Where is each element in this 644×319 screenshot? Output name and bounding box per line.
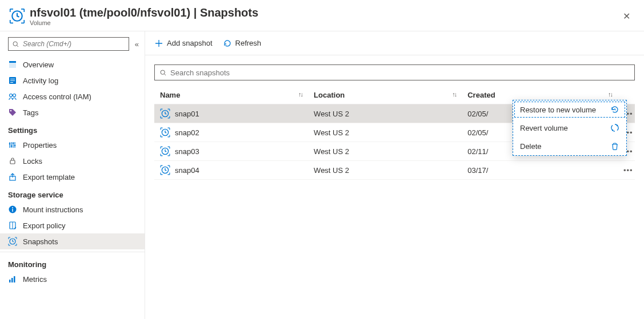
delete-icon [610,142,619,151]
page-subtitle: Volume [30,19,258,26]
table-row[interactable]: snap04 West US 2 03/17/ ••• [154,161,635,180]
sidebar-item-label: Properties [23,141,57,150]
toolbar: Add snapshot Refresh [145,31,644,55]
sidebar-search[interactable] [8,37,129,51]
sidebar-item-export-template[interactable]: Export template [0,169,145,185]
ctx-label: Restore to new volume [520,106,596,114]
export-icon [8,172,17,181]
close-button[interactable]: ✕ [618,9,635,24]
collapse-sidebar-button[interactable]: « [135,40,139,49]
nav-group-settings: Settings [0,120,145,137]
page-title: nfsvol01 (tme/pool0/nfsvol01) | Snapshot… [30,6,258,19]
sidebar-item-label: Metrics [23,275,47,284]
snapshot-search-input[interactable] [170,68,630,77]
sidebar-item-export-policy[interactable]: Export policy [0,217,145,233]
plus-icon [154,39,163,48]
volume-snapshot-icon [9,8,25,24]
sidebar-item-label: Access control (IAM) [23,92,91,101]
sidebar-item-tags[interactable]: Tags [0,104,145,120]
sidebar-item-label: Snapshots [23,237,58,246]
snapshot-location: West US 2 [308,104,462,123]
snapshot-name: snap01 [175,110,199,118]
sidebar: « OverviewActivity logAccess control (IA… [0,31,145,319]
revert-icon [610,123,619,132]
sidebar-item-metrics[interactable]: Metrics [0,271,145,287]
search-icon [12,41,19,48]
sidebar-item-label: Export template [23,173,75,181]
sidebar-item-snapshots[interactable]: Snapshots [0,233,145,249]
sidebar-item-label: Overview [23,60,54,69]
main-pane: Add snapshot Refresh Name↑↓ Location↑↓ C… [145,31,644,319]
row-context-menu: Restore to new volumeRevert volumeDelete [513,100,627,156]
ctx-restore-to-new-volume[interactable]: Restore to new volume [513,100,626,119]
sidebar-item-properties[interactable]: Properties [0,137,145,153]
activity-icon [8,76,17,85]
metrics-icon [8,274,17,284]
overview-icon [8,60,17,69]
snapshot-icon [160,127,170,138]
search-icon [159,69,167,76]
sidebar-item-mount-instructions[interactable]: Mount instructions [0,201,145,217]
sidebar-search-input[interactable] [23,40,125,48]
sidebar-item-overview[interactable]: Overview [0,56,145,72]
sidebar-item-label: Tags [23,108,38,117]
sidebar-item-label: Export policy [23,221,65,230]
snapshot-icon [160,108,170,119]
blade-header: nfsvol01 (tme/pool0/nfsvol01) | Snapshot… [0,0,644,31]
snapshot-icon [160,146,170,156]
info-icon [8,205,17,214]
snapshot-icon [160,165,170,175]
snapshot-name: snap02 [175,128,199,137]
sidebar-item-locks[interactable]: Locks [0,153,145,169]
col-location[interactable]: Location↑↓ [308,86,462,104]
row-more-button[interactable]: ••• [618,161,635,180]
restore-icon [610,105,619,114]
add-snapshot-button[interactable]: Add snapshot [154,39,213,48]
refresh-icon [223,39,232,48]
snapshot-location: West US 2 [308,161,462,180]
refresh-button[interactable]: Refresh [223,39,262,48]
ctx-delete[interactable]: Delete [513,137,626,155]
snapshot-name: snap03 [175,147,199,156]
ctx-revert-volume[interactable]: Revert volume [513,119,626,137]
snapshot-location: West US 2 [308,123,462,142]
sidebar-item-label: Mount instructions [23,205,83,214]
snapshot-search[interactable] [154,64,635,80]
sidebar-item-label: Activity log [23,76,58,85]
policy-icon [8,221,17,230]
snapshot-name: snap04 [175,166,199,175]
tags-icon [8,108,17,117]
sidebar-item-label: Locks [23,157,42,165]
iam-icon [8,92,17,101]
snapshot-created: 03/17/ [462,161,618,180]
nav-group-monitoring: Monitoring [0,255,145,271]
ctx-label: Revert volume [520,124,568,132]
snapshot-location: West US 2 [308,142,462,161]
snapshot-icon [8,237,17,246]
col-name[interactable]: Name↑↓ [154,86,308,104]
properties-icon [8,140,17,150]
nav-group-storage: Storage service [0,185,145,201]
locks-icon [8,156,17,165]
sidebar-item-activity-log[interactable]: Activity log [0,72,145,88]
ctx-label: Delete [520,142,542,151]
sidebar-item-access-control-iam-[interactable]: Access control (IAM) [0,88,145,104]
